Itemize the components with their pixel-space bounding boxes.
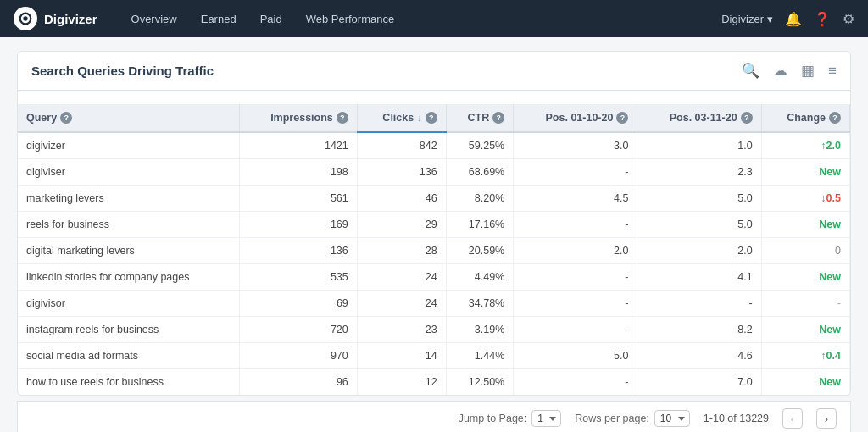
col-ctr-help[interactable]: ? (492, 112, 504, 124)
cell-clicks: 14 (357, 343, 446, 369)
table-wrapper: Query ? Impressions ? Clicks ↓ (17, 91, 851, 396)
cell-change: 0 (761, 238, 849, 264)
cell-change: New (761, 212, 849, 238)
table-row: digivisor 69 24 34.78% - - - (18, 291, 850, 317)
nav-earned[interactable]: Earned (191, 8, 247, 30)
settings-icon[interactable]: ⚙ (843, 11, 854, 27)
col-query-help[interactable]: ? (60, 112, 72, 124)
cell-pos2: 7.0 (637, 369, 761, 396)
cell-ctr: 4.49% (446, 264, 514, 291)
cell-change: New (761, 369, 849, 396)
pagination-bar: Jump to Page: 1 Rows per page: 10 1-10 o… (17, 401, 851, 432)
col-ctr: CTR ? (446, 104, 514, 132)
cell-clicks: 29 (357, 212, 446, 238)
cell-ctr: 59.25% (446, 132, 514, 159)
cell-pos1: - (514, 212, 637, 238)
col-query: Query ? (18, 104, 240, 132)
chevron-down-icon: ▾ (767, 13, 773, 25)
col-change: Change ? (761, 104, 849, 132)
nav-right: Digivizer ▾ 🔔 ❓ ⚙ (721, 11, 854, 27)
cell-impressions: 96 (240, 369, 357, 396)
prev-page-button[interactable]: ‹ (782, 408, 803, 429)
table-body: digivizer 1421 842 59.25% 3.0 1.0 ↑2.0 d… (18, 132, 850, 395)
col-pos2-help[interactable]: ? (741, 112, 753, 124)
table-row: digivizer 1421 842 59.25% 3.0 1.0 ↑2.0 (18, 132, 850, 159)
upload-icon[interactable]: ☁ (773, 62, 787, 80)
col-clicks-help[interactable]: ? (426, 112, 437, 124)
cell-clicks: 24 (357, 291, 446, 317)
cell-query: digivizer (18, 132, 240, 159)
page-title: Search Queries Driving Traffic (31, 64, 214, 78)
cell-query: instagram reels for business (18, 317, 240, 343)
cell-impressions: 970 (240, 343, 357, 369)
header-actions: 🔍 ☁ ▦ ≡ (742, 62, 837, 80)
svg-point-1 (23, 16, 27, 20)
col-pos2-label: Pos. 03-11-20 (670, 112, 737, 124)
cell-clicks: 46 (357, 186, 446, 212)
cell-pos1: 3.0 (514, 132, 637, 159)
bell-icon[interactable]: 🔔 (785, 11, 802, 27)
cell-pos2: 4.1 (637, 264, 761, 291)
cell-query: social media ad formats (18, 343, 240, 369)
rows-per-page: Rows per page: 10 (575, 410, 690, 427)
cell-change: New (761, 317, 849, 343)
rows-select[interactable]: 10 (654, 410, 690, 427)
cell-pos2: 5.0 (637, 212, 761, 238)
cell-ctr: 20.59% (446, 238, 514, 264)
cell-pos1: - (514, 369, 637, 396)
cell-ctr: 17.16% (446, 212, 514, 238)
col-pos1-help[interactable]: ? (616, 112, 628, 124)
cell-change: New (761, 159, 849, 186)
cell-clicks: 842 (357, 132, 446, 159)
brand-name: Digivizer (44, 12, 97, 26)
nav-paid[interactable]: Paid (250, 8, 292, 30)
cell-impressions: 535 (240, 264, 357, 291)
cell-change: - (761, 291, 849, 317)
cell-change: ↑2.0 (761, 132, 849, 159)
next-page-button[interactable]: › (816, 408, 837, 429)
table-row: linkedin stories for company pages 535 2… (18, 264, 850, 291)
col-pos2: Pos. 03-11-20 ? (637, 104, 761, 132)
col-query-label: Query (26, 112, 57, 124)
page-select[interactable]: 1 (531, 410, 561, 427)
columns-icon[interactable]: ▦ (801, 62, 815, 80)
cell-query: digiviser (18, 159, 240, 186)
cell-clicks: 12 (357, 369, 446, 396)
cell-impressions: 1421 (240, 132, 357, 159)
cell-change: ↑0.4 (761, 343, 849, 369)
sort-desc-icon: ↓ (417, 113, 422, 123)
cell-pos2: 2.3 (637, 159, 761, 186)
search-icon[interactable]: 🔍 (742, 62, 760, 80)
nav-web-performance[interactable]: Web Performance (296, 8, 405, 30)
cell-clicks: 28 (357, 238, 446, 264)
col-pos1-label: Pos. 01-10-20 (546, 112, 614, 124)
cell-pos2: 5.0 (637, 186, 761, 212)
page-header: Search Queries Driving Traffic 🔍 ☁ ▦ ≡ (17, 51, 851, 91)
table-row: digital marketing levers 136 28 20.59% 2… (18, 238, 850, 264)
col-clicks-label: Clicks (382, 112, 414, 124)
filter-icon[interactable]: ≡ (828, 63, 837, 80)
brand-logo[interactable]: Digivizer (14, 7, 97, 30)
cell-pos2: 2.0 (637, 238, 761, 264)
cell-pos1: - (514, 317, 637, 343)
nav-overview[interactable]: Overview (121, 8, 187, 30)
col-change-help[interactable]: ? (829, 112, 841, 124)
help-icon[interactable]: ❓ (814, 11, 831, 27)
cell-pos2: 8.2 (637, 317, 761, 343)
jump-label: Jump to Page: (459, 413, 527, 424)
cell-impressions: 198 (240, 159, 357, 186)
col-impressions-label: Impressions (270, 112, 333, 124)
cell-clicks: 24 (357, 264, 446, 291)
col-impressions-help[interactable]: ? (337, 112, 348, 124)
col-pos1: Pos. 01-10-20 ? (514, 104, 637, 132)
table-header-row: Query ? Impressions ? Clicks ↓ (18, 104, 850, 132)
cell-clicks: 136 (357, 159, 446, 186)
user-menu[interactable]: Digivizer ▾ (721, 13, 773, 25)
cell-pos1: - (514, 159, 637, 186)
cell-pos1: 5.0 (514, 343, 637, 369)
cell-impressions: 720 (240, 317, 357, 343)
table-row: how to use reels for business 96 12 12.5… (18, 369, 850, 396)
col-ctr-label: CTR (468, 112, 490, 124)
navbar: Digivizer Overview Earned Paid Web Perfo… (0, 0, 868, 37)
table-row: instagram reels for business 720 23 3.19… (18, 317, 850, 343)
